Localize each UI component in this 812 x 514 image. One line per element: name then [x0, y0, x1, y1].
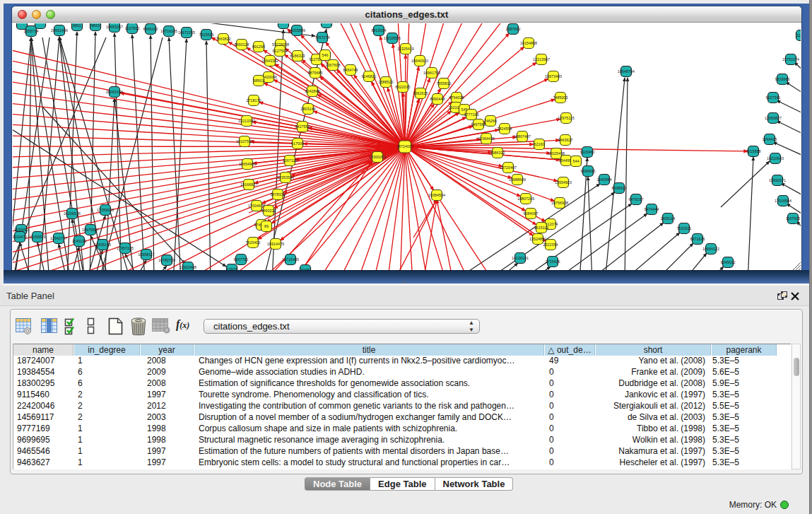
svg-text:7515526: 7515526 [199, 33, 214, 37]
svg-text:19166827: 19166827 [240, 182, 257, 187]
svg-text:20691406: 20691406 [51, 28, 68, 33]
svg-text:891295: 891295 [252, 45, 265, 49]
svg-text:18807249: 18807249 [517, 197, 534, 201]
svg-text:1362615: 1362615 [413, 91, 428, 95]
svg-text:20053346: 20053346 [106, 90, 123, 94]
svg-text:3215958: 3215958 [746, 149, 761, 153]
svg-text:9127503: 9127503 [273, 49, 288, 53]
svg-text:62160: 62160 [534, 142, 545, 146]
svg-text:16914479: 16914479 [267, 242, 284, 246]
svg-text:12923: 12923 [227, 267, 237, 270]
svg-text:10025438: 10025438 [548, 151, 565, 156]
svg-text:1167533: 1167533 [786, 216, 801, 221]
svg-text:2367608: 2367608 [326, 63, 341, 67]
svg-text:9329966: 9329966 [775, 77, 790, 81]
svg-text:9919471: 9919471 [13, 235, 28, 239]
svg-text:17359928: 17359928 [97, 208, 114, 212]
svg-text:9463627: 9463627 [558, 138, 573, 142]
svg-text:9245612: 9245612 [721, 260, 736, 264]
svg-text:7986322: 7986322 [490, 151, 505, 155]
svg-text:13524851: 13524851 [529, 237, 546, 241]
svg-text:8938913: 8938913 [612, 186, 627, 190]
svg-text:9474444: 9474444 [645, 207, 659, 211]
svg-text:1615112: 1615112 [534, 226, 549, 230]
svg-text:1588520: 1588520 [379, 80, 394, 84]
svg-text:1640954: 1640954 [597, 177, 612, 182]
svg-text:9084067: 9084067 [524, 211, 539, 216]
svg-text:10973493: 10973493 [545, 74, 562, 78]
svg-text:12975115: 12975115 [558, 116, 575, 120]
svg-text:8471626: 8471626 [690, 237, 705, 241]
svg-text:6497568: 6497568 [471, 122, 486, 127]
svg-text:544: 544 [573, 159, 579, 163]
svg-text:16210643: 16210643 [767, 156, 784, 160]
svg-text:12942737: 12942737 [50, 236, 67, 240]
svg-text:2803144: 2803144 [301, 107, 316, 111]
svg-text:5875685: 5875685 [308, 71, 323, 75]
svg-text:5878332: 5878332 [271, 192, 286, 197]
svg-text:746266: 746266 [484, 119, 497, 123]
svg-text:9657791: 9657791 [234, 257, 249, 262]
svg-text:6466160: 6466160 [143, 27, 158, 31]
svg-text:16782759: 16782759 [158, 258, 175, 262]
svg-text:8660124: 8660124 [235, 42, 249, 47]
svg-text:5493222: 5493222 [261, 209, 276, 213]
svg-text:21364436: 21364436 [478, 136, 495, 141]
svg-text:9699695: 9699695 [581, 169, 596, 173]
svg-text:12505135: 12505135 [94, 243, 111, 247]
svg-text:9427552: 9427552 [295, 124, 310, 129]
svg-text:19218506: 19218506 [384, 36, 401, 40]
svg-text:546: 546 [322, 53, 329, 57]
svg-text:9245: 9245 [301, 268, 310, 270]
svg-text:15716485: 15716485 [282, 257, 299, 262]
svg-text:1527602: 1527602 [125, 26, 140, 30]
svg-text:9242848: 9242848 [305, 89, 320, 93]
svg-text:98901: 98901 [254, 78, 264, 83]
svg-text:9811: 9811 [73, 23, 81, 28]
svg-text:10654122: 10654122 [702, 247, 719, 251]
svg-text:16543382: 16543382 [261, 59, 278, 63]
svg-text:15751074: 15751074 [782, 57, 799, 62]
svg-text:10648784: 10648784 [618, 69, 635, 74]
svg-text:10975887: 10975887 [82, 228, 99, 232]
svg-text:8990448: 8990448 [430, 97, 445, 101]
svg-text:16154808: 16154808 [520, 41, 537, 45]
svg-text:16671355: 16671355 [178, 30, 195, 35]
svg-text:7663822: 7663822 [216, 37, 231, 41]
svg-text:12213383: 12213383 [238, 119, 255, 123]
svg-text:8186323: 8186323 [290, 54, 305, 58]
svg-text:6794028: 6794028 [449, 95, 464, 100]
svg-text:10688609: 10688609 [509, 177, 526, 182]
svg-text:2935114: 2935114 [661, 216, 676, 221]
svg-text:7357274: 7357274 [315, 35, 330, 40]
svg-text:16640910: 16640910 [411, 59, 428, 63]
svg-text:2718170: 2718170 [247, 98, 261, 103]
svg-text:89: 89 [264, 224, 269, 228]
svg-text:11156829: 11156829 [29, 235, 45, 239]
svg-text:17016504: 17016504 [775, 199, 792, 203]
svg-text:11173: 11173 [796, 33, 801, 37]
svg-text:10807487: 10807487 [514, 134, 531, 139]
svg-text:8454749: 8454749 [343, 68, 358, 72]
svg-text:19756928: 19756928 [551, 201, 568, 205]
svg-text:26206576: 26206576 [64, 211, 81, 216]
svg-text:13654923: 13654923 [555, 180, 572, 185]
svg-text:9819: 9819 [91, 23, 100, 28]
svg-text:417006: 417006 [291, 141, 304, 146]
svg-text:1145139: 1145139 [72, 239, 87, 243]
svg-text:2055724: 2055724 [24, 29, 39, 33]
svg-text:3267110: 3267110 [283, 158, 298, 163]
svg-text:9115460: 9115460 [580, 150, 595, 154]
svg-text:7955812: 7955812 [437, 81, 452, 86]
svg-text:14136141: 14136141 [512, 256, 529, 260]
svg-text:8322035: 8322035 [396, 85, 411, 89]
svg-text:17004678: 17004678 [248, 204, 265, 208]
svg-text:12353594: 12353594 [277, 175, 294, 180]
svg-text:2522354: 2522354 [543, 243, 558, 247]
svg-text:10958117: 10958117 [138, 252, 155, 257]
svg-text:15692971: 15692971 [769, 178, 786, 182]
svg-text:7632621: 7632621 [677, 226, 692, 230]
svg-text:7485003: 7485003 [553, 95, 568, 100]
svg-text:19384554: 19384554 [428, 193, 445, 197]
svg-text:10107553: 10107553 [236, 139, 253, 144]
